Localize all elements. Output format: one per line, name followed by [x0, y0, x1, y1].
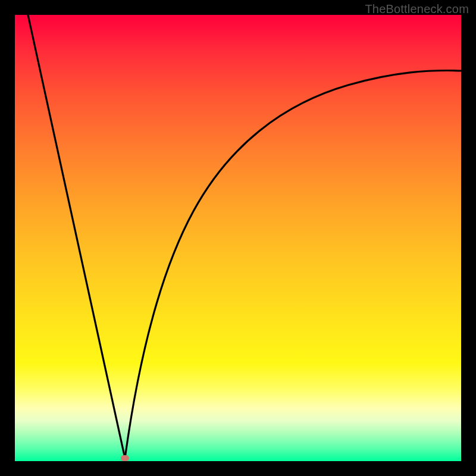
bottleneck-curve	[15, 15, 461, 461]
watermark-text: TheBottleneck.com	[365, 2, 469, 16]
curve-left-branch	[28, 15, 125, 458]
curve-right-branch	[125, 70, 461, 458]
minimum-marker	[121, 455, 129, 461]
